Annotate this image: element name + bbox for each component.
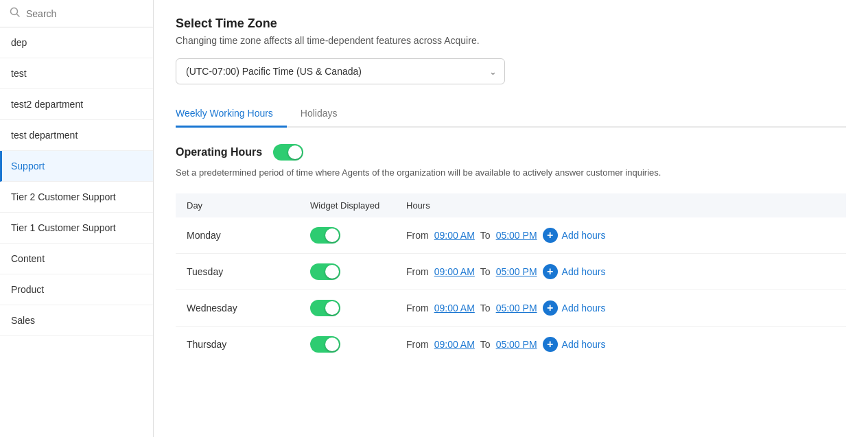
from-time-tuesday[interactable]: 09:00 AM bbox=[434, 266, 475, 277]
day-cell-thursday: Thursday bbox=[176, 326, 299, 362]
day-toggle-monday[interactable] bbox=[310, 227, 340, 244]
operating-hours-header: Operating Hours bbox=[176, 144, 846, 161]
hours-row-actions-thursday: From 09:00 AM To 05:00 PM+Add hours bbox=[406, 337, 835, 352]
table-header-row: Day Widget Displayed Hours bbox=[176, 193, 846, 217]
day-cell-tuesday: Tuesday bbox=[176, 253, 299, 290]
hours-cell-thursday: From 09:00 AM To 05:00 PM+Add hours bbox=[395, 326, 846, 362]
sidebar-item-tier2-customer-support[interactable]: Tier 2 Customer Support bbox=[0, 182, 153, 213]
search-box[interactable] bbox=[0, 0, 153, 27]
column-widget-displayed: Widget Displayed bbox=[299, 193, 395, 217]
to-label: To bbox=[480, 266, 491, 277]
add-hours-label: Add hours bbox=[562, 230, 606, 241]
day-cell-wednesday: Wednesday bbox=[176, 290, 299, 326]
search-input[interactable] bbox=[26, 8, 143, 19]
tab-holidays[interactable]: Holidays bbox=[301, 101, 351, 128]
hours-row-actions-tuesday: From 09:00 AM To 05:00 PM+Add hours bbox=[406, 264, 835, 279]
add-hours-label: Add hours bbox=[562, 303, 606, 314]
hours-row-actions-wednesday: From 09:00 AM To 05:00 PM+Add hours bbox=[406, 300, 835, 316]
sidebar-item-dep[interactable]: dep bbox=[0, 27, 153, 58]
sidebar-item-test2-department[interactable]: test2 department bbox=[0, 89, 153, 120]
plus-icon: + bbox=[543, 300, 558, 316]
operating-hours-toggle[interactable] bbox=[273, 144, 303, 161]
from-time-thursday[interactable]: 09:00 AM bbox=[434, 339, 475, 350]
add-hours-label: Add hours bbox=[562, 339, 606, 350]
main-content: Select Time Zone Changing time zone affe… bbox=[154, 0, 868, 437]
widget-toggle-cell-wednesday bbox=[299, 290, 395, 326]
plus-icon: + bbox=[543, 337, 558, 352]
table-row: WednesdayFrom 09:00 AM To 05:00 PM+Add h… bbox=[176, 290, 846, 326]
column-hours: Hours bbox=[395, 193, 846, 217]
from-time-wednesday[interactable]: 09:00 AM bbox=[434, 303, 475, 314]
column-day: Day bbox=[176, 193, 299, 217]
widget-toggle-cell-monday bbox=[299, 217, 395, 254]
add-hours-button-tuesday[interactable]: +Add hours bbox=[543, 264, 606, 279]
add-hours-button-wednesday[interactable]: +Add hours bbox=[543, 300, 606, 316]
sidebar-item-sales[interactable]: Sales bbox=[0, 305, 153, 336]
plus-icon: + bbox=[543, 264, 558, 279]
tab-weekly[interactable]: Weekly Working Hours bbox=[176, 101, 287, 128]
add-hours-button-monday[interactable]: +Add hours bbox=[543, 228, 606, 243]
sidebar-item-test[interactable]: test bbox=[0, 58, 153, 89]
to-time-tuesday[interactable]: 05:00 PM bbox=[496, 266, 537, 277]
from-label: From bbox=[406, 339, 429, 350]
to-time-wednesday[interactable]: 05:00 PM bbox=[496, 303, 537, 314]
sidebar-item-support[interactable]: Support bbox=[0, 151, 153, 182]
from-time-monday[interactable]: 09:00 AM bbox=[434, 230, 475, 241]
widget-toggle-cell-thursday bbox=[299, 326, 395, 362]
timezone-select[interactable]: (UTC-07:00) Pacific Time (US & Canada) bbox=[176, 58, 505, 84]
day-toggle-thursday[interactable] bbox=[310, 336, 340, 353]
table-row: ThursdayFrom 09:00 AM To 05:00 PM+Add ho… bbox=[176, 326, 846, 362]
operating-hours-label: Operating Hours bbox=[176, 146, 262, 158]
table-row: TuesdayFrom 09:00 AM To 05:00 PM+Add hou… bbox=[176, 253, 846, 290]
to-label: To bbox=[480, 339, 491, 350]
operating-hours-desc: Set a predetermined period of time where… bbox=[176, 166, 846, 180]
from-label: From bbox=[406, 266, 429, 277]
day-toggle-wednesday[interactable] bbox=[310, 300, 340, 316]
day-toggle-tuesday[interactable] bbox=[310, 263, 340, 280]
day-cell-monday: Monday bbox=[176, 217, 299, 254]
sidebar-item-product[interactable]: Product bbox=[0, 274, 153, 305]
page-title: Select Time Zone bbox=[176, 16, 846, 31]
to-time-thursday[interactable]: 05:00 PM bbox=[496, 339, 537, 350]
plus-icon: + bbox=[543, 228, 558, 243]
add-hours-label: Add hours bbox=[562, 266, 606, 277]
timezone-select-wrapper[interactable]: (UTC-07:00) Pacific Time (US & Canada) ⌄ bbox=[176, 58, 505, 84]
hours-cell-wednesday: From 09:00 AM To 05:00 PM+Add hours bbox=[395, 290, 846, 326]
sidebar-item-tier1-customer-support[interactable]: Tier 1 Customer Support bbox=[0, 213, 153, 244]
hours-row-actions-monday: From 09:00 AM To 05:00 PM+Add hours bbox=[406, 228, 835, 243]
sidebar-item-test-department[interactable]: test department bbox=[0, 120, 153, 151]
sidebar-item-content[interactable]: Content bbox=[0, 244, 153, 274]
to-label: To bbox=[480, 230, 491, 241]
add-hours-button-thursday[interactable]: +Add hours bbox=[543, 337, 606, 352]
sidebar: deptesttest2 departmenttest departmentSu… bbox=[0, 0, 154, 437]
to-time-monday[interactable]: 05:00 PM bbox=[496, 230, 537, 241]
tabs-bar: Weekly Working HoursHolidays bbox=[176, 101, 846, 128]
hours-cell-monday: From 09:00 AM To 05:00 PM+Add hours bbox=[395, 217, 846, 254]
hours-table: Day Widget Displayed Hours MondayFrom 09… bbox=[176, 193, 846, 362]
section-description: Changing time zone affects all time-depe… bbox=[176, 35, 846, 46]
from-label: From bbox=[406, 230, 429, 241]
search-icon bbox=[10, 7, 21, 20]
svg-line-1 bbox=[17, 14, 20, 17]
table-row: MondayFrom 09:00 AM To 05:00 PM+Add hour… bbox=[176, 217, 846, 254]
to-label: To bbox=[480, 303, 491, 314]
from-label: From bbox=[406, 303, 429, 314]
widget-toggle-cell-tuesday bbox=[299, 253, 395, 290]
hours-cell-tuesday: From 09:00 AM To 05:00 PM+Add hours bbox=[395, 253, 846, 290]
